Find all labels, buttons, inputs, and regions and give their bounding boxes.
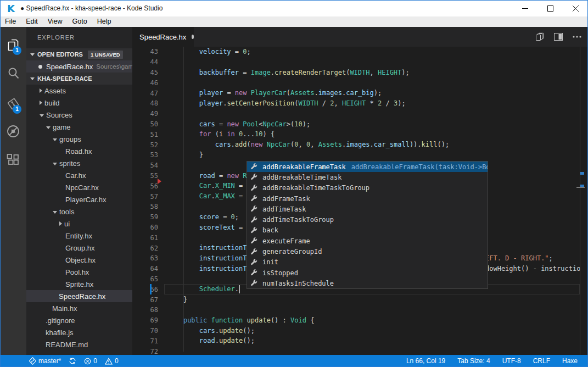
code-line[interactable]: 47 player = new PlayerCar(Assets.images.…: [132, 88, 584, 98]
tree-item-object-hx[interactable]: Object.hx: [26, 254, 132, 266]
tree-item-sprite-hx[interactable]: Sprite.hx: [26, 278, 132, 290]
minimize-button[interactable]: [512, 0, 537, 16]
code-line[interactable]: 53 }: [132, 150, 584, 160]
suggest-item[interactable]: generateGroupId: [247, 246, 488, 257]
tree-item-main-hx[interactable]: Main.hx: [26, 302, 132, 314]
menu-edit[interactable]: Edit: [21, 16, 43, 27]
line-number[interactable]: 55: [132, 172, 158, 180]
tree-item-tools[interactable]: tools: [26, 205, 132, 218]
line-number[interactable]: 65: [132, 275, 158, 283]
code-line[interactable]: 69 public function update() : Void {: [132, 315, 584, 326]
tree-item-playercar-hx[interactable]: PlayerCar.hx: [26, 193, 132, 205]
code-line[interactable]: 72: [132, 346, 584, 355]
line-number[interactable]: 46: [132, 79, 158, 87]
maximize-button[interactable]: [537, 0, 563, 16]
activity-explorer[interactable]: 1: [0, 34, 26, 58]
code-line[interactable]: 67 }: [132, 294, 584, 305]
suggest-item[interactable]: addBreakableTimeTaskToGroup: [247, 183, 488, 193]
line-number[interactable]: 66: [132, 286, 158, 293]
line-number[interactable]: 53: [132, 151, 158, 159]
code-line[interactable]: 45 backbuffer = Image.createRenderTarget…: [132, 68, 584, 78]
code-line[interactable]: 46: [132, 77, 584, 88]
line-number[interactable]: 49: [132, 110, 158, 118]
activity-source-control[interactable]: 1: [0, 93, 26, 117]
activity-extensions[interactable]: [0, 149, 26, 173]
code-line[interactable]: 68: [132, 305, 584, 315]
line-number[interactable]: 58: [132, 203, 158, 210]
code-line[interactable]: 50 cars = new Pool<NpcCar>(10);: [132, 119, 584, 130]
line-number[interactable]: 50: [132, 120, 158, 128]
line-number[interactable]: 71: [132, 337, 158, 345]
tree-item-readme-md[interactable]: README.md: [26, 338, 132, 351]
line-number[interactable]: 45: [132, 69, 158, 76]
tree-item-npccar-hx[interactable]: NpcCar.hx: [26, 181, 132, 193]
tree-item--gitignore[interactable]: .gitignore: [26, 314, 132, 326]
code-line[interactable]: 44: [132, 57, 584, 68]
line-number[interactable]: 56: [132, 182, 158, 190]
line-number[interactable]: 67: [132, 296, 158, 304]
code-line[interactable]: 70 cars.update();: [132, 326, 584, 336]
code-line[interactable]: 52 cars.add(new NpcCar(0, 0, Assets.imag…: [132, 140, 584, 150]
encoding-status[interactable]: UTF-8: [496, 355, 527, 367]
cursor-position-status[interactable]: Ln 66, Col 19: [400, 355, 451, 367]
suggest-item[interactable]: init: [247, 257, 488, 268]
line-number[interactable]: 64: [132, 265, 158, 273]
line-number[interactable]: 61: [132, 234, 158, 242]
suggest-item[interactable]: addBreakableFrameTaskaddBreakableFrameTa…: [247, 162, 488, 172]
tree-item-sprites[interactable]: sprites: [26, 157, 132, 169]
tree-item-entity-hx[interactable]: Entity.hx: [26, 230, 132, 242]
line-number[interactable]: 63: [132, 254, 158, 262]
tree-item-assets[interactable]: Assets: [26, 85, 132, 97]
tree-item-sources[interactable]: Sources: [26, 109, 132, 121]
suggest-item[interactable]: addFrameTask: [247, 193, 488, 204]
tree-item-game[interactable]: game: [26, 121, 132, 133]
line-number[interactable]: 51: [132, 131, 158, 138]
close-button[interactable]: [563, 0, 588, 16]
line-number[interactable]: 57: [132, 193, 158, 201]
title-bar[interactable]: K ● SpeedRace.hx - kha-speed-race - Kode…: [0, 0, 588, 16]
line-number[interactable]: 44: [132, 58, 158, 66]
line-number[interactable]: 54: [132, 162, 158, 169]
tree-item-car-hx[interactable]: Car.hx: [26, 169, 132, 181]
line-number[interactable]: 70: [132, 327, 158, 335]
code-line[interactable]: 71 road.update();: [132, 336, 584, 346]
tree-item-road-hx[interactable]: Road.hx: [26, 145, 132, 157]
menu-file[interactable]: File: [0, 16, 21, 27]
activity-search[interactable]: [0, 62, 26, 86]
line-number[interactable]: 52: [132, 141, 158, 149]
tree-item-pool-hx[interactable]: Pool.hx: [26, 266, 132, 278]
activity-debug[interactable]: [0, 120, 26, 144]
open-editors-header[interactable]: OPEN EDITORS 1 UNSAVED: [26, 48, 132, 60]
code-line[interactable]: 48 player.setCenterPosition(WIDTH / 2, H…: [132, 98, 584, 109]
line-number[interactable]: 69: [132, 316, 158, 324]
suggest-item[interactable]: addTimeTaskToGroup: [247, 214, 488, 225]
suggest-item[interactable]: addBreakableTimeTask: [247, 172, 488, 182]
open-editor-item[interactable]: SpeedRace.hxSources\gam..: [26, 60, 132, 73]
code-line[interactable]: 49: [132, 109, 584, 119]
line-number[interactable]: 59: [132, 213, 158, 221]
line-number[interactable]: 62: [132, 244, 158, 252]
line-number[interactable]: 60: [132, 224, 158, 231]
tree-item-build[interactable]: build: [26, 97, 132, 109]
suggest-item[interactable]: addTimeTask: [247, 204, 488, 214]
suggest-item[interactable]: executeFrame: [247, 236, 488, 246]
suggest-item[interactable]: numTasksInSchedule: [247, 278, 488, 288]
git-branch-status[interactable]: master*: [25, 355, 65, 367]
tree-item-ui[interactable]: ui: [26, 218, 132, 230]
menu-view[interactable]: View: [43, 16, 68, 27]
tab-speedrace[interactable]: SpeedRace.hx: [132, 27, 194, 47]
tree-item-khafile-js[interactable]: khafile.js: [26, 326, 132, 338]
eol-status[interactable]: CRLF: [527, 355, 556, 367]
errors-status[interactable]: 0: [80, 355, 101, 367]
suggest-item[interactable]: back: [247, 225, 488, 236]
line-number[interactable]: 48: [132, 99, 158, 107]
tree-item-speedrace-hx[interactable]: SpeedRace.hx: [26, 290, 132, 302]
project-root-header[interactable]: KHA-SPEED-RACE: [26, 73, 132, 85]
code-line[interactable]: 43 velocity = 0;: [132, 47, 584, 57]
line-number[interactable]: 47: [132, 90, 158, 97]
language-mode-status[interactable]: Haxe: [556, 355, 584, 367]
tree-item-group-hx[interactable]: Group.hx: [26, 242, 132, 254]
pages-icon[interactable]: [534, 31, 545, 42]
warnings-status[interactable]: 0: [101, 355, 122, 367]
line-number[interactable]: 43: [132, 48, 158, 55]
